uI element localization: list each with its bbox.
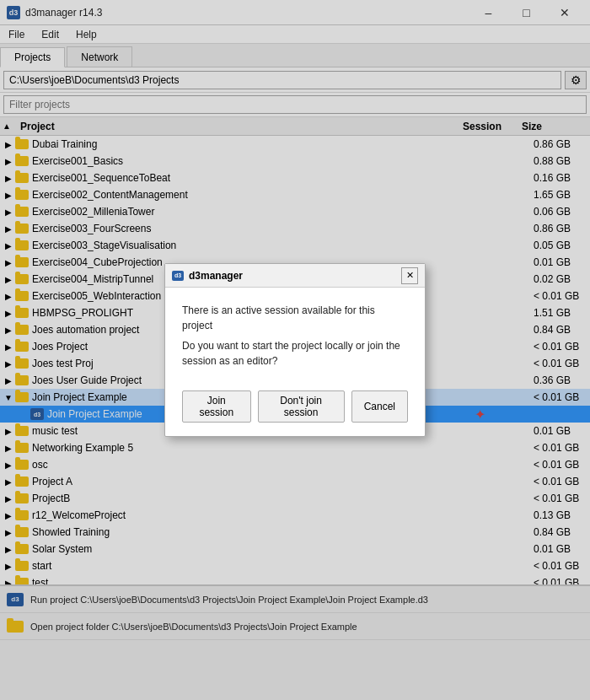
modal-title: d3manager — [189, 270, 401, 282]
dont-join-session-button[interactable]: Don't join session — [258, 390, 345, 423]
modal-line1: There is an active session available for… — [182, 303, 408, 333]
modal-dialog: d3 d3manager ✕ There is an active sessio… — [164, 263, 426, 437]
modal-buttons: Join session Don't join session Cancel — [165, 384, 425, 436]
modal-overlay: d3 d3manager ✕ There is an active sessio… — [0, 0, 590, 700]
modal-app-icon: d3 — [172, 271, 184, 281]
modal-body: There is an active session available for… — [165, 288, 425, 384]
modal-title-bar: d3 d3manager ✕ — [165, 264, 425, 288]
modal-close-button[interactable]: ✕ — [401, 267, 418, 284]
join-session-button[interactable]: Join session — [182, 390, 251, 423]
cancel-button[interactable]: Cancel — [351, 390, 408, 423]
modal-line2: Do you want to start the project locally… — [182, 338, 408, 369]
